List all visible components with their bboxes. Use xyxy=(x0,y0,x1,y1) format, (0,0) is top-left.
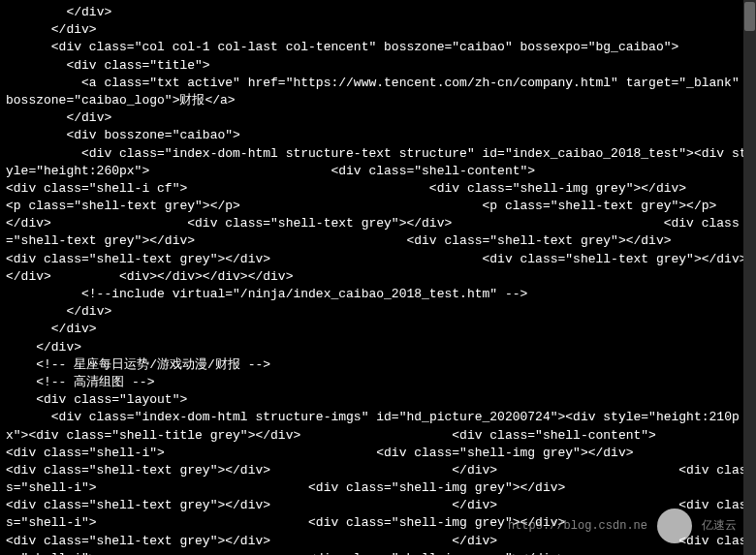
scrollbar-thumb[interactable] xyxy=(744,2,755,31)
code-line: <a class="txt active" href="https://www.… xyxy=(6,75,750,109)
brand-logo-icon xyxy=(657,509,692,543)
code-line: </div> xyxy=(6,321,750,338)
watermark-brand: 亿速云 xyxy=(702,518,737,535)
vertical-scrollbar[interactable] xyxy=(743,0,756,555)
code-line: <div class="col col-1 col-last col-tence… xyxy=(6,39,750,56)
code-line: <div class="index-dom-html structure-tex… xyxy=(6,145,750,287)
code-line: </div> xyxy=(6,21,750,39)
code-line: <!-- 高清组图 --> xyxy=(6,374,750,391)
terminal-output[interactable]: </div> </div> <div class="col col-1 col-… xyxy=(0,0,756,555)
code-line: <div bosszone="caibao"> xyxy=(6,127,750,144)
code-line: <!-- 星座每日运势/游戏动漫/财报 --> xyxy=(6,356,750,374)
watermark-overlay: https://blog.csdn.ne 亿速云 xyxy=(508,509,737,543)
code-line: </div> xyxy=(6,4,750,21)
code-line: <!--include virtual="/ninja/index_caibao… xyxy=(6,286,750,303)
code-line: </div> xyxy=(6,109,750,127)
code-line: <div class="title"> xyxy=(6,57,750,75)
code-line: </div> xyxy=(6,339,750,356)
code-line: <div class="layout"> xyxy=(6,391,750,409)
code-line: </div> xyxy=(6,303,750,321)
watermark-url: https://blog.csdn.ne xyxy=(508,518,647,535)
